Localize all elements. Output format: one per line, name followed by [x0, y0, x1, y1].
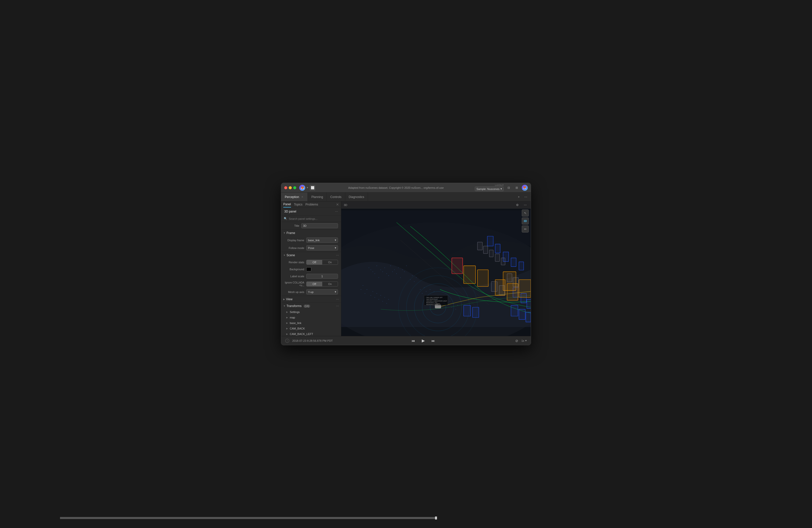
tree-item-base-link[interactable]: ▶ base_link: [281, 320, 341, 326]
display-frame-select[interactable]: base_link ▾: [306, 237, 338, 243]
follow-mode-select[interactable]: Pose ▾: [306, 245, 338, 250]
cursor-tool-btn[interactable]: ↖: [522, 209, 529, 217]
frame-title: Frame: [287, 231, 339, 235]
search-input[interactable]: [289, 217, 338, 220]
ignore-collada-label: Ignore COLLADA <u...: [284, 281, 304, 287]
svg-point-39: [385, 297, 385, 298]
viewport-settings-btn[interactable]: ⚙: [514, 202, 520, 208]
background-label: Background: [284, 268, 304, 271]
background-color-swatch[interactable]: [306, 267, 311, 271]
bottom-bar: i 2018-07-23 8:28:56.878 PM PDT ⏮ ▶ ⏭ ⊘ …: [281, 336, 531, 345]
tree-item-cam-back-left[interactable]: ▶ CAM_BACK_LEFT: [281, 331, 341, 336]
title-row: Title 3D: [281, 222, 341, 230]
tab-perception-close[interactable]: ✕: [301, 195, 304, 199]
ignore-collada-off[interactable]: Off: [306, 282, 322, 286]
transforms-section[interactable]: ▼ Transforms (14) ⋯: [281, 303, 341, 309]
tab-actions: + ⋯: [516, 194, 531, 200]
tab-planning[interactable]: Planning: [308, 192, 327, 201]
svg-point-8: [377, 265, 377, 266]
minimize-button[interactable]: [289, 186, 292, 189]
tree-item-cam-back[interactable]: ▶ CAM_BACK: [281, 326, 341, 331]
3d-tool-btn[interactable]: 3D: [522, 218, 529, 224]
svg-point-32: [371, 295, 371, 296]
panel-tab-topics[interactable]: Topics: [294, 202, 303, 207]
add-tab-btn[interactable]: +: [516, 194, 522, 200]
3d-viewport[interactable]: 3D ⚙ ⋯: [341, 202, 531, 336]
svg-point-21: [402, 269, 403, 270]
viewport-more-btn[interactable]: ⋯: [522, 202, 528, 208]
label-scale-input[interactable]: 1: [306, 274, 338, 279]
pencil-tool-btn[interactable]: ✏: [522, 225, 529, 233]
tab-perception[interactable]: Perception ✕: [281, 192, 308, 201]
transforms-arrow: ▼: [283, 305, 286, 307]
svg-point-23: [406, 265, 407, 266]
svg-point-36: [378, 299, 379, 300]
svg-rect-78: [527, 299, 531, 308]
user-avatar[interactable]: 🦊: [522, 185, 528, 191]
svg-rect-73: [519, 262, 524, 270]
render-stats-label: Render stats: [284, 261, 304, 264]
speed-control[interactable]: 1x ▾: [521, 339, 527, 342]
panel-tab-problems[interactable]: Problems: [305, 202, 318, 207]
frame-section[interactable]: ▼ Frame: [281, 230, 341, 236]
panel-vsplit-btn[interactable]: ⊞: [514, 185, 520, 191]
panel-title: 3D panel: [284, 210, 335, 213]
tree-item-settings[interactable]: ▶ Settings: [281, 309, 341, 315]
frame-arrow: ▼: [283, 232, 286, 234]
scene-arrow: ▼: [283, 254, 286, 256]
mesh-up-axis-select[interactable]: Y-up ▾: [306, 289, 338, 294]
render-stats-on[interactable]: On: [322, 260, 338, 264]
panel-close-btn[interactable]: ✕: [336, 203, 339, 206]
3d-scene[interactable]: CAM_LOAD_TO/FRONT LEFT CAM_FRONT/FRONT C…: [341, 202, 531, 336]
svg-rect-69: [487, 236, 493, 246]
play-btn[interactable]: ▶: [420, 338, 426, 344]
svg-point-60: [455, 309, 456, 309]
tab-more-btn[interactable]: ⋯: [523, 194, 529, 200]
scene-title: Scene: [287, 253, 336, 257]
panel-tab-panel[interactable]: Panel: [283, 202, 291, 207]
cam-back-label: CAM_BACK: [290, 327, 305, 330]
left-panel: Panel Topics Problems ✕ 3D panel ⋯ 🔍 Tit…: [281, 202, 341, 336]
title-right: LAYOUT Sample: Nuscenes ▾ ⊟ ⊞ 🦊: [475, 184, 528, 191]
layout-icon[interactable]: ⬜: [310, 185, 315, 191]
panel-menu-btn[interactable]: ⋯: [335, 210, 338, 213]
svg-rect-81: [526, 312, 531, 322]
render-stats-toggle: Off On: [306, 260, 338, 265]
svg-rect-86: [519, 279, 531, 297]
svg-rect-95: [499, 285, 505, 295]
view-section[interactable]: ▶ View ⋯: [281, 296, 341, 303]
skip-forward-btn[interactable]: ⏭: [430, 338, 436, 344]
base-link-label: base_link: [290, 322, 301, 324]
maximize-button[interactable]: [293, 186, 296, 189]
svg-point-45: [426, 291, 426, 292]
ignore-collada-on[interactable]: On: [322, 282, 338, 286]
mute-btn[interactable]: ⊘: [514, 338, 520, 344]
panel-header: 3D panel ⋯: [281, 208, 341, 216]
svg-text:RADAR BACK_RIGHT: RADAR BACK_RIGHT: [426, 304, 438, 305]
scene-menu-btn[interactable]: ⋯: [336, 253, 339, 257]
mesh-up-axis-label: Mesh up axis: [284, 291, 304, 293]
svg-text:CAM_BACK_CAMERA/FRONT_RIGHT: CAM_BACK_CAMERA/FRONT_RIGHT: [426, 300, 447, 302]
tab-diagnostics[interactable]: Diagnostics: [345, 192, 368, 201]
skip-back-btn[interactable]: ⏮: [410, 338, 416, 344]
svg-point-22: [404, 272, 405, 272]
tab-controls[interactable]: Controls: [327, 192, 345, 201]
cam-back-left-label: CAM_BACK_LEFT: [290, 333, 313, 336]
title-input[interactable]: 3D: [301, 223, 338, 228]
transforms-menu-btn[interactable]: ⋯: [336, 304, 339, 308]
svg-point-15: [391, 265, 391, 266]
view-menu-btn[interactable]: ⋯: [336, 297, 339, 301]
layout-dropdown[interactable]: Sample: Nuscenes ▾: [475, 187, 504, 191]
render-stats-off[interactable]: Off: [306, 260, 322, 264]
map-arrow: ▶: [286, 316, 289, 319]
close-button[interactable]: [284, 186, 287, 189]
svg-rect-83: [478, 270, 488, 287]
traffic-lights: [284, 186, 296, 189]
svg-rect-91: [489, 250, 493, 257]
scene-section[interactable]: ▼ Scene ⋯: [281, 252, 341, 259]
tree-item-map[interactable]: ▶ map: [281, 315, 341, 320]
svg-point-35: [377, 293, 377, 294]
info-btn[interactable]: i: [285, 339, 289, 343]
panel-split-btn[interactable]: ⊟: [506, 185, 512, 191]
svg-point-17: [394, 269, 395, 270]
